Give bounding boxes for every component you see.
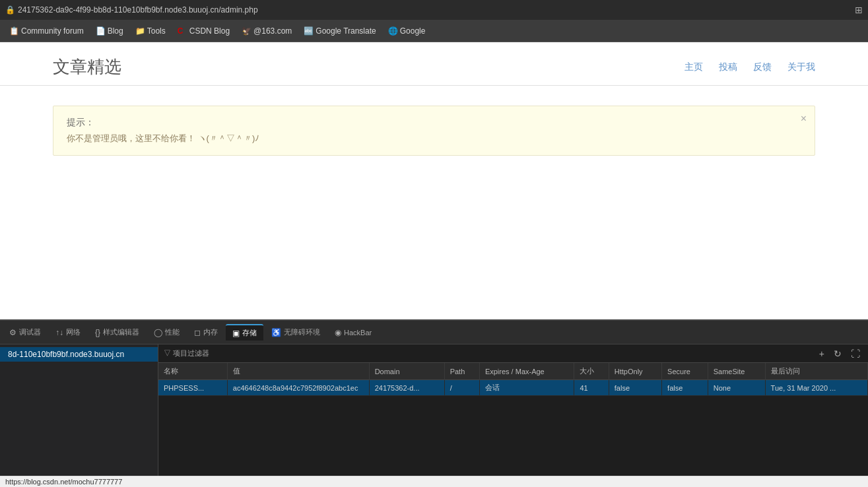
cell-path: /	[444, 380, 479, 396]
page-area: 文章精选 主页 投稿 反馈 关于我 提示： 你不是管理员哦，这里不给你看！ ヽ(…	[0, 42, 868, 319]
alert-title: 提示：	[67, 117, 788, 129]
storage-sidebar-item[interactable]: 8d-110e10bfb9bf.node3.buuoj.cn	[0, 347, 158, 362]
site-title: 文章精选	[53, 55, 121, 79]
debug-icon: ⚙	[9, 328, 17, 337]
cell-size: 41	[574, 380, 609, 396]
tab-debug[interactable]: ⚙ 调试器	[3, 325, 48, 340]
bookmark-tools[interactable]: 📁 Tools	[130, 24, 171, 38]
fullscreen-button[interactable]: ⛶	[848, 347, 863, 360]
devtools-panel: ⚙ 调试器 ↑↓ 网络 {} 样式编辑器 ◯ 性能 ◻ 内存 ▣ 存储 ♿ 无障…	[0, 319, 868, 487]
performance-icon: ◯	[154, 328, 162, 337]
tab-storage-label: 存储	[242, 328, 257, 338]
storage-sidebar: 8d-110e10bfb9bf.node3.buuoj.cn	[0, 344, 158, 487]
tab-performance-label: 性能	[165, 327, 180, 337]
tab-accessibility[interactable]: ♿ 无障碍环境	[265, 325, 327, 340]
storage-toolbar: ▽ 项目过滤器 + ↻ ⛶	[158, 344, 868, 363]
col-httponly[interactable]: HttpOnly	[609, 363, 661, 380]
tab-style-label: 样式编辑器	[103, 327, 139, 337]
alert-box: 提示： 你不是管理员哦，这里不给你看！ ヽ(〃＾▽＾〃)ﾉ ×	[53, 106, 815, 156]
tab-debug-label: 调试器	[19, 327, 41, 337]
csdn-icon: C	[178, 26, 187, 36]
accessibility-icon: ♿	[271, 328, 281, 337]
bookmark-google-translate[interactable]: 🔤 Google Translate	[298, 24, 381, 38]
bookmark-google-label: Google	[400, 26, 426, 36]
site-nav: 主页 投稿 反馈 关于我	[684, 61, 815, 73]
devtools-tabs: ⚙ 调试器 ↑↓ 网络 {} 样式编辑器 ◯ 性能 ◻ 内存 ▣ 存储 ♿ 无障…	[0, 321, 868, 344]
filter-label: ▽ 项目过滤器	[164, 348, 209, 358]
alert-close-button[interactable]: ×	[801, 113, 807, 125]
hackbar-icon: ◉	[335, 328, 341, 337]
cookie-table-body: PHPSESS...ac4646248c8a9442c7952f8902abc1…	[158, 380, 868, 396]
bookmark-community-label: Community forum	[21, 26, 84, 36]
tab-hackbar[interactable]: ◉ HackBar	[328, 325, 378, 340]
bookmark-csdn-label: CSDN Blog	[189, 26, 230, 36]
storage-table-area: ▽ 项目过滤器 + ↻ ⛶ 名称 值 Domain Path	[158, 344, 868, 487]
tab-memory[interactable]: ◻ 内存	[187, 325, 224, 340]
cell-value: ac4646248c8a9442c7952f8902abc1ec	[227, 380, 369, 396]
bookmark-163-label: @163.com	[253, 26, 292, 36]
status-url: https://blog.csdn.net/mochu7777777	[5, 478, 122, 486]
col-name[interactable]: 名称	[158, 363, 227, 380]
col-samesite[interactable]: SameSite	[708, 363, 765, 380]
col-domain[interactable]: Domain	[369, 363, 444, 380]
storage-icon: ▣	[232, 329, 240, 338]
status-url-bar: https://blog.csdn.net/mochu7777777	[0, 476, 868, 487]
cell-name: PHPSESS...	[158, 380, 227, 396]
toolbar-actions: + ↻ ⛶	[817, 347, 863, 360]
blog-icon: 📄	[96, 26, 105, 36]
browser-title-bar: 🔒 24175362-da9c-4f99-bb8d-110e10bfb9bf.n…	[0, 0, 868, 20]
tab-accessibility-label: 无障碍环境	[284, 327, 320, 337]
browser-title: 24175362-da9c-4f99-bb8d-110e10bfb9bf.nod…	[18, 5, 855, 15]
cell-expires: 会话	[479, 380, 574, 396]
tab-network[interactable]: ↑↓ 网络	[49, 325, 87, 340]
site-header: 文章精选 主页 投稿 反馈 关于我	[0, 42, 868, 86]
bookmark-tools-label: Tools	[147, 26, 166, 36]
cookie-table: 名称 值 Domain Path Expires / Max-Age 大小 Ht…	[158, 363, 868, 487]
col-size[interactable]: 大小	[574, 363, 609, 380]
translate-icon: 🔤	[304, 26, 313, 36]
cell-domain: 24175362-d...	[369, 380, 444, 396]
tab-network-label: 网络	[66, 327, 81, 337]
bookmark-translate-label: Google Translate	[316, 26, 376, 36]
163-icon: 🦅	[242, 26, 251, 36]
tab-performance[interactable]: ◯ 性能	[147, 325, 186, 340]
community-icon: 📋	[9, 26, 18, 36]
bookmark-blog[interactable]: 📄 Blog	[90, 24, 129, 38]
refresh-button[interactable]: ↻	[831, 347, 844, 360]
bookmark-community-forum[interactable]: 📋 Community forum	[4, 24, 89, 38]
nav-submit[interactable]: 投稿	[719, 61, 737, 73]
google-icon: 🌐	[388, 26, 397, 36]
col-secure[interactable]: Secure	[662, 363, 708, 380]
table-row[interactable]: PHPSESS...ac4646248c8a9442c7952f8902abc1…	[158, 380, 868, 396]
storage-content: 8d-110e10bfb9bf.node3.buuoj.cn ▽ 项目过滤器 +…	[0, 344, 868, 487]
nav-feedback[interactable]: 反馈	[753, 61, 772, 73]
network-icon: ↑↓	[55, 328, 63, 337]
bookmark-blog-label: Blog	[108, 26, 123, 36]
cell-lastaccess: Tue, 31 Mar 2020 ...	[765, 380, 867, 396]
tools-icon: 📁	[135, 26, 145, 36]
cell-samesite: None	[708, 380, 765, 396]
add-button[interactable]: +	[817, 347, 827, 360]
memory-icon: ◻	[194, 328, 201, 337]
grid-icon[interactable]: ⊞	[855, 5, 863, 15]
alert-message: 你不是管理员哦，这里不给你看！ ヽ(〃＾▽＾〃)ﾉ	[67, 133, 788, 145]
cell-httponly: false	[609, 380, 661, 396]
tab-hackbar-label: HackBar	[344, 329, 372, 337]
cookies-table: 名称 值 Domain Path Expires / Max-Age 大小 Ht…	[158, 363, 868, 396]
tab-memory-label: 内存	[203, 327, 218, 337]
col-expires[interactable]: Expires / Max-Age	[479, 363, 574, 380]
col-value[interactable]: 值	[227, 363, 369, 380]
bookmark-google[interactable]: 🌐 Google	[383, 24, 431, 38]
bookmark-163[interactable]: 🦅 @163.com	[236, 24, 297, 38]
bookmarks-bar: 📋 Community forum 📄 Blog 📁 Tools C CSDN …	[0, 20, 868, 42]
tab-style-editor[interactable]: {} 样式编辑器	[88, 325, 146, 340]
col-path[interactable]: Path	[444, 363, 479, 380]
col-lastaccess[interactable]: 最后访问	[765, 363, 867, 380]
bookmark-csdn[interactable]: C CSDN Blog	[172, 24, 235, 38]
nav-about[interactable]: 关于我	[787, 61, 815, 73]
table-header-row: 名称 值 Domain Path Expires / Max-Age 大小 Ht…	[158, 363, 868, 380]
style-icon: {}	[95, 328, 100, 337]
tab-storage[interactable]: ▣ 存储	[226, 324, 263, 341]
cell-secure: false	[662, 380, 708, 396]
nav-home[interactable]: 主页	[684, 61, 703, 73]
